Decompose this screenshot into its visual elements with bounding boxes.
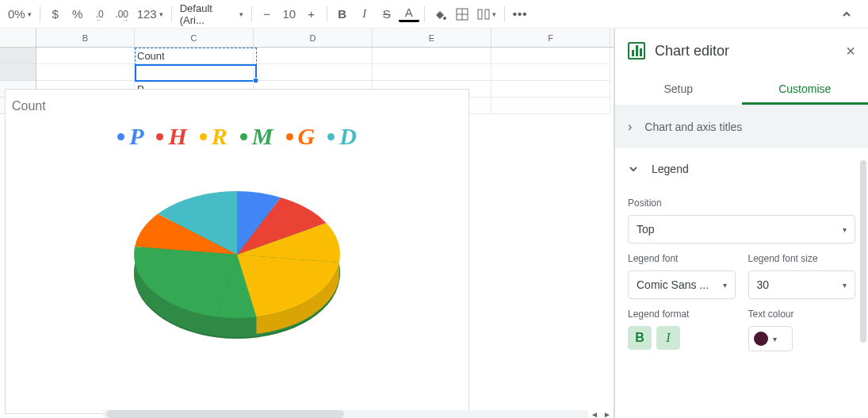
column-headers: B C D E F <box>0 29 614 48</box>
fill-icon <box>433 7 447 21</box>
cell[interactable] <box>491 81 610 98</box>
tab-setup[interactable]: Setup <box>615 73 742 105</box>
legend-bold-button[interactable]: B <box>628 326 652 350</box>
panel-tabs: Setup Customise <box>615 73 868 105</box>
font-size-decrease[interactable]: − <box>257 4 277 25</box>
section-label: Chart and axis titles <box>644 121 742 133</box>
scroll-right-button[interactable]: ► <box>601 408 614 418</box>
cell[interactable] <box>254 64 373 81</box>
merge-button[interactable] <box>474 4 499 25</box>
chevron-up-icon <box>841 9 852 20</box>
chevron-down-icon <box>628 163 639 174</box>
cell[interactable] <box>491 98 610 114</box>
cell[interactable] <box>491 64 610 81</box>
fill-color-button[interactable] <box>430 4 450 25</box>
cell[interactable] <box>36 48 135 64</box>
legend-item: G <box>286 123 315 150</box>
column-header[interactable]: D <box>254 29 373 47</box>
cell[interactable]: Count <box>135 48 254 64</box>
pie-chart <box>110 159 364 366</box>
chart-legend: P H R M G D <box>10 123 464 150</box>
close-panel-button[interactable]: × <box>846 42 855 60</box>
chart-editor-panel: Chart editor × Setup Customise › Chart a… <box>614 29 868 418</box>
bold-button[interactable]: B <box>332 4 353 25</box>
section-legend: Legend Position Top▾ Legend font Comic S… <box>615 149 868 364</box>
strikethrough-button[interactable]: S <box>377 4 397 25</box>
toolbar: 0% $ % .0← .00→ 123 Default (Ari... − 10… <box>0 0 868 29</box>
chart-icon <box>628 42 645 59</box>
cell[interactable] <box>373 64 491 81</box>
tab-customise[interactable]: Customise <box>742 73 869 105</box>
italic-button[interactable]: I <box>354 4 375 25</box>
legend-item: P <box>117 123 143 150</box>
cell[interactable] <box>491 48 610 64</box>
number-format-button[interactable]: 123 <box>134 4 166 25</box>
legend-font-select[interactable]: Comic Sans ...▾ <box>628 270 736 299</box>
legend-item: R <box>200 123 228 150</box>
borders-icon <box>456 8 468 21</box>
legend-font-size-select[interactable]: 30▾ <box>748 270 856 299</box>
legend-format-label: Legend format <box>628 309 736 320</box>
legend-position-select[interactable]: Top▾ <box>628 215 855 244</box>
svg-rect-4 <box>478 10 482 19</box>
embedded-chart[interactable]: Count P H R M G D <box>5 89 469 414</box>
decrease-decimal-button[interactable]: .0← <box>90 4 110 25</box>
legend-font-label: Legend font <box>628 253 736 264</box>
text-color-button[interactable]: A <box>399 6 419 22</box>
column-header[interactable]: F <box>491 29 610 47</box>
row-number[interactable] <box>0 48 36 64</box>
merge-icon <box>477 9 490 20</box>
legend-italic-button[interactable]: I <box>656 326 680 350</box>
svg-point-0 <box>443 17 446 20</box>
font-size-input[interactable]: 10 <box>279 4 300 25</box>
font-family-selector[interactable]: Default (Ari... <box>177 4 247 25</box>
borders-button[interactable] <box>452 4 472 25</box>
legend-item: M <box>240 123 273 150</box>
legend-text-colour-picker[interactable]: ▾ <box>748 326 793 351</box>
chart-title: Count <box>12 99 462 113</box>
spreadsheet-grid[interactable]: B C D E F Count <box>0 29 614 418</box>
position-label: Position <box>628 197 855 209</box>
collapse-toolbar-button[interactable] <box>836 4 857 25</box>
legend-item: D <box>327 123 357 150</box>
more-button[interactable]: ••• <box>510 4 531 25</box>
svg-rect-5 <box>485 10 489 19</box>
cell[interactable] <box>135 64 254 81</box>
cell[interactable] <box>254 48 373 64</box>
column-header[interactable]: B <box>36 29 135 47</box>
section-chart-axis-titles[interactable]: › Chart and axis titles <box>615 105 868 149</box>
column-header[interactable]: E <box>373 29 491 47</box>
row-number[interactable] <box>0 64 36 81</box>
font-size-increase[interactable]: + <box>301 4 322 25</box>
text-colour-label: Text colour <box>748 309 856 320</box>
chevron-right-icon: › <box>628 120 632 134</box>
column-header[interactable]: C <box>135 29 254 47</box>
increase-decimal-button[interactable]: .00→ <box>112 4 132 25</box>
cell[interactable] <box>373 48 491 64</box>
currency-button[interactable]: $ <box>45 4 66 25</box>
percent-button[interactable]: % <box>67 4 88 25</box>
horizontal-scrollbar[interactable]: ◄ ► <box>103 410 614 418</box>
legend-item: H <box>156 123 186 150</box>
zoom-selector[interactable]: 0% <box>5 4 35 25</box>
legend-font-size-label: Legend font size <box>748 253 856 264</box>
section-label: Legend <box>652 163 689 175</box>
panel-title: Chart editor <box>655 43 836 59</box>
panel-scrollbar[interactable] <box>857 79 868 418</box>
section-legend-toggle[interactable]: Legend <box>615 150 868 182</box>
scroll-left-button[interactable]: ◄ <box>588 408 601 418</box>
cell[interactable] <box>36 64 135 81</box>
